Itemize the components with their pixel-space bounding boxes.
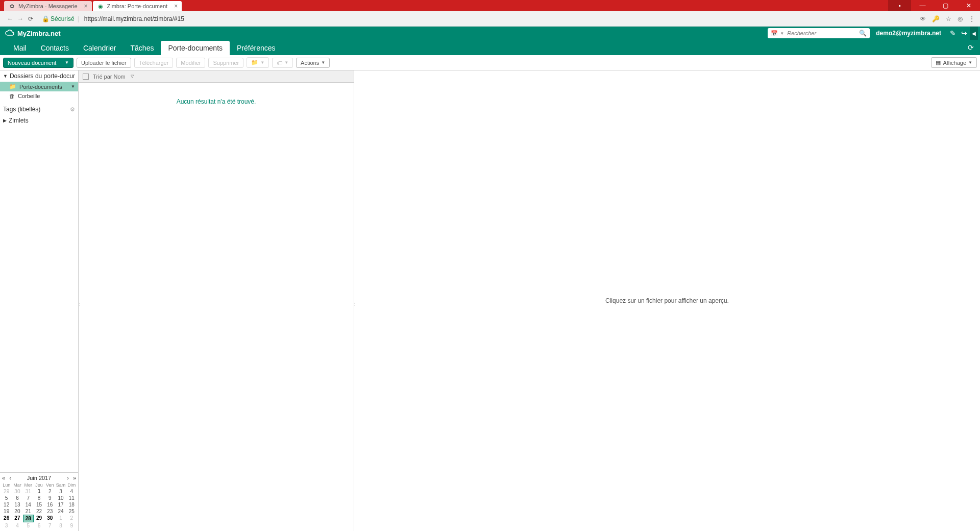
sort-label[interactable]: Trié par Nom <box>93 74 126 80</box>
cal-day-cell[interactable]: 24 <box>55 508 66 515</box>
cal-day-cell[interactable]: 21 <box>23 508 34 515</box>
cal-day-cell[interactable]: 25 <box>66 508 77 515</box>
cal-prev-month[interactable]: ‹ <box>8 475 12 481</box>
browser-reload[interactable]: ⟳ <box>26 15 36 22</box>
splitter-left[interactable]: ⋮ <box>77 301 80 311</box>
cal-day-cell[interactable]: 29 <box>34 515 44 522</box>
cal-day-cell[interactable]: 27 <box>12 515 22 522</box>
cal-day-cell[interactable]: 31 <box>23 488 34 495</box>
cal-day-cell[interactable]: 3 <box>55 488 66 495</box>
upload-button[interactable]: Uploader le fichier <box>77 58 131 68</box>
browser-forward[interactable]: → <box>15 15 26 22</box>
cal-day-cell[interactable]: 7 <box>23 495 34 501</box>
browser-tab-1[interactable]: ✿ MyZimbra - Messagerie × <box>4 1 92 11</box>
cal-day-cell[interactable]: 15 <box>34 501 44 508</box>
cal-day-cell[interactable]: 6 <box>34 522 44 529</box>
cal-day-cell[interactable]: 9 <box>44 495 55 501</box>
move-button[interactable]: 📁▼ <box>247 57 269 68</box>
cal-day-cell[interactable]: 1 <box>55 515 66 522</box>
cal-day-cell[interactable]: 23 <box>44 508 55 515</box>
cal-next-month[interactable]: › <box>66 475 70 481</box>
key-icon[interactable]: 🔑 <box>932 15 940 22</box>
browser-back[interactable]: ← <box>5 15 15 22</box>
cal-day-cell[interactable]: 2 <box>66 515 77 522</box>
close-icon[interactable]: × <box>174 3 178 10</box>
search-icon[interactable]: 🔍 <box>859 30 867 37</box>
cal-day-cell[interactable]: 5 <box>1 495 12 501</box>
star-icon[interactable]: ☆ <box>946 15 951 22</box>
cal-day-cell[interactable]: 16 <box>44 501 55 508</box>
tab-taches[interactable]: Tâches <box>124 41 161 55</box>
cal-day-cell[interactable]: 8 <box>34 495 44 501</box>
window-minimize[interactable]: — <box>911 0 934 11</box>
cal-day-cell[interactable]: 29 <box>1 488 12 495</box>
sidebar-item-trash[interactable]: 🗑 Corbeille <box>0 91 78 101</box>
cal-day-cell[interactable]: 13 <box>12 501 22 508</box>
cal-day-cell[interactable]: 10 <box>55 495 66 501</box>
chevron-down-icon[interactable]: ▼ <box>71 84 75 89</box>
cal-day-cell[interactable]: 20 <box>12 508 22 515</box>
zimlets-header[interactable]: ▶ Zimlets <box>0 115 78 126</box>
url-text[interactable]: https://mail.myzimbra.net/zimbra/#15 <box>84 15 184 22</box>
view-button[interactable]: ▦Affichage▼ <box>931 57 977 68</box>
folders-header[interactable]: ▼ Dossiers du porte-docum <box>0 70 78 82</box>
cal-day-cell[interactable]: 5 <box>23 522 34 529</box>
tab-porte-documents[interactable]: Porte-documents <box>161 41 230 55</box>
eye-icon[interactable]: 👁 <box>920 15 926 22</box>
cal-day-cell[interactable]: 3 <box>1 522 12 529</box>
cal-title[interactable]: Juin 2017 <box>14 475 64 481</box>
new-document-button[interactable]: Nouveau document ▼ <box>3 58 74 68</box>
cal-day-cell[interactable]: 9 <box>66 522 77 529</box>
cal-day-cell[interactable]: 4 <box>12 522 22 529</box>
chrome-profile-icon[interactable]: ▪ <box>888 0 911 11</box>
delete-button[interactable]: Supprimer <box>208 58 243 68</box>
cal-day-cell[interactable]: 30 <box>44 515 55 522</box>
cal-day-cell[interactable]: 30 <box>12 488 22 495</box>
cal-day-cell[interactable]: 1 <box>34 488 44 495</box>
browser-tab-2[interactable]: ◉ Zimbra: Porte-document × <box>93 1 182 11</box>
cal-day-cell[interactable]: 2 <box>44 488 55 495</box>
cal-day-cell[interactable]: 28 <box>23 515 34 522</box>
search-input[interactable] <box>787 30 859 36</box>
tab-contacts[interactable]: Contacts <box>34 41 76 55</box>
cal-day-cell[interactable]: 22 <box>34 508 44 515</box>
chrome-menu-icon[interactable]: ⋮ <box>969 15 975 22</box>
compose-icon[interactable]: ✎ <box>947 29 959 37</box>
cal-prev-year[interactable]: « <box>1 475 6 481</box>
cal-day-cell[interactable]: 7 <box>44 522 55 529</box>
chevron-down-icon[interactable]: ▼ <box>780 31 784 36</box>
tab-mail[interactable]: Mail <box>6 41 34 55</box>
tab-calendrier[interactable]: Calendrier <box>76 41 124 55</box>
user-email[interactable]: demo2@myzimbra.net <box>876 30 941 37</box>
cal-day-cell[interactable]: 11 <box>66 495 77 501</box>
cal-day-cell[interactable]: 18 <box>66 501 77 508</box>
window-maximize[interactable]: ▢ <box>934 0 957 11</box>
actions-button[interactable]: Actions▼ <box>296 58 330 68</box>
brand-logo[interactable]: MyZimbra.net <box>5 29 61 37</box>
tags-header[interactable]: Tags (libellés) ⚙ <box>0 104 78 115</box>
search-box[interactable]: 📅 ▼ 🔍 <box>768 28 870 38</box>
splitter-right[interactable]: ⋮ <box>352 301 355 311</box>
cal-day-cell[interactable]: 14 <box>23 501 34 508</box>
cal-next-year[interactable]: » <box>72 475 77 481</box>
select-all-checkbox[interactable] <box>83 74 89 80</box>
cal-day-cell[interactable]: 12 <box>1 501 12 508</box>
collapse-panel-icon[interactable]: ◀ <box>970 27 978 40</box>
cal-day-cell[interactable]: 19 <box>1 508 12 515</box>
cal-day-cell[interactable]: 4 <box>66 488 77 495</box>
sort-chevron-icon[interactable]: ▽ <box>131 74 134 79</box>
window-close[interactable]: ✕ <box>957 0 980 11</box>
logout-icon[interactable]: ↪ <box>959 29 970 37</box>
refresh-icon[interactable]: ⟳ <box>968 43 980 52</box>
download-button[interactable]: Télécharger <box>134 58 174 68</box>
gear-icon[interactable]: ⚙ <box>70 106 75 113</box>
close-icon[interactable]: × <box>84 3 88 10</box>
tag-button[interactable]: 🏷▼ <box>272 58 293 68</box>
cal-day-cell[interactable]: 6 <box>12 495 22 501</box>
tab-preferences[interactable]: Préférences <box>230 41 282 55</box>
cal-day-cell[interactable]: 8 <box>55 522 66 529</box>
ext-icon[interactable]: ◎ <box>958 15 963 22</box>
modify-button[interactable]: Modifier <box>176 58 205 68</box>
cal-day-cell[interactable]: 17 <box>55 501 66 508</box>
cal-day-cell[interactable]: 26 <box>1 515 12 522</box>
